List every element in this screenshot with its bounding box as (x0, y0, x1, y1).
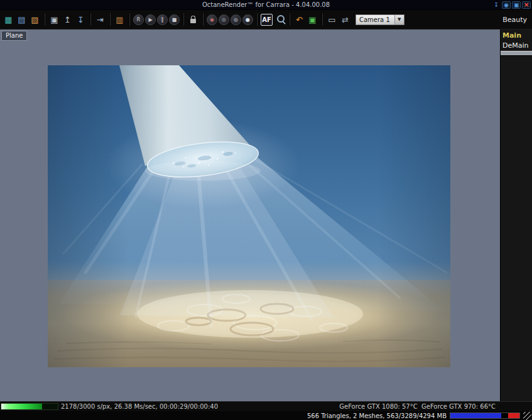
pass-tab-demain[interactable]: DeMain (501, 40, 532, 56)
vram-red-segment (508, 413, 519, 418)
paste-from-clipboard-icon[interactable]: ↧ (75, 14, 87, 26)
chevron-down-icon[interactable]: ▼ (394, 15, 404, 24)
toolbar-separator (44, 13, 45, 26)
eye-icon[interactable]: ◉ (502, 1, 511, 9)
copy-to-clipboard-icon[interactable]: ↥ (62, 14, 73, 26)
toolbar-separator (256, 13, 258, 26)
gpu-temperature-text: GeForce GTX 1080: 57°C GeForce GTX 970: … (339, 403, 496, 410)
render-priority-icon[interactable]: ▤ (16, 14, 28, 26)
focus-picker-icon[interactable]: ◍ (231, 14, 241, 25)
pass-demain-color-bar (501, 51, 532, 56)
window-title: OctaneRender™ for Carrara - 4.04.00.08 (40, 0, 492, 9)
toolbar-separator (129, 13, 130, 26)
toolbar-separator (183, 13, 184, 26)
pass-tab-demain-label: DeMain (501, 40, 532, 50)
zoom-tool-icon[interactable] (274, 14, 286, 26)
copy-image-icon[interactable]: ▣ (48, 14, 60, 26)
close-icon[interactable]: × (522, 1, 531, 9)
camera-select-value: Camera 1 (359, 15, 394, 24)
render-progress-text: 2178/3000 s/px, 26.38 Ms/sec, 00:00:29/0… (61, 403, 218, 410)
lock-resolution-icon[interactable] (187, 14, 199, 26)
window-controls: ↧ ◉ ▣ × (492, 1, 532, 9)
octane-render-window: OctaneRender™ for Carrara - 4.04.00.08 ↧… (0, 0, 532, 420)
toolbar-separator (322, 13, 323, 26)
pause-button[interactable]: ‖ (157, 14, 168, 25)
vram-usage-bar (450, 412, 520, 419)
statusbar-memory: 566 Triangles, 2 Meshes, 563/3289/4294 M… (0, 411, 532, 420)
material-library-icon[interactable]: ▥ (114, 14, 126, 26)
main-area: Plane (0, 30, 532, 401)
mesh-stats-text: 566 Triangles, 2 Meshes, 563/3289/4294 M… (307, 412, 447, 419)
pin-icon[interactable]: ↧ (492, 1, 501, 9)
statusbar-render: 2178/3000 s/px, 26.38 Ms/sec, 00:00:29/0… (0, 401, 532, 411)
render-progress-bar (1, 403, 58, 410)
lock-glyph (190, 19, 196, 23)
refresh-render-icon[interactable]: ▣ (307, 14, 318, 26)
autofocus-toggle[interactable]: AF (261, 14, 273, 26)
object-label-plane[interactable]: Plane (1, 31, 27, 41)
viewport-area: Plane (0, 30, 500, 401)
render-passes-sidebar: Main DeMain (500, 30, 532, 401)
render-progress-fill (1, 404, 42, 409)
pass-tab-main-label: Main (501, 30, 523, 40)
titlebar: OctaneRender™ for Carrara - 4.04.00.08 ↧… (0, 0, 532, 10)
toolbar: ▦▤▧▣↥↧⇥▥R▶‖■◉◎◍●AF↶▣▭⇄ Camera 1 ▼ Beauty (0, 10, 532, 30)
render-image (48, 65, 450, 367)
record-button[interactable]: R (133, 14, 144, 25)
pass-tab-main[interactable]: Main (501, 30, 532, 40)
toolbar-separator (202, 13, 204, 26)
save-image-icon[interactable]: ▧ (29, 14, 41, 26)
mag-glyph (277, 15, 285, 23)
restore-window-icon[interactable]: ▣ (512, 1, 521, 9)
material-picker-icon[interactable]: ◎ (219, 14, 229, 25)
play-button[interactable]: ▶ (145, 14, 156, 25)
export-scene-icon[interactable]: ⇥ (94, 14, 106, 26)
render-pass-label: Beauty (502, 16, 530, 24)
save-render-icon[interactable]: ▦ (3, 14, 14, 26)
undo-icon[interactable]: ↶ (293, 14, 305, 26)
picture-viewer-icon[interactable]: ▭ (326, 14, 338, 26)
toolbar-separator (289, 13, 290, 26)
camera-select[interactable]: Camera 1 ▼ (356, 14, 404, 25)
vram-free-segment (501, 413, 508, 418)
vram-used-segment (450, 413, 501, 418)
stop-button[interactable]: ■ (169, 14, 180, 25)
toolbar-separator (109, 13, 111, 26)
resize-grip[interactable] (523, 412, 531, 420)
toolbar-separator (90, 13, 91, 26)
toolbar-icon-strip: ▦▤▧▣↥↧⇥▥R▶‖■◉◎◍●AF↶▣▭⇄ (2, 13, 352, 26)
environment-sphere-icon[interactable]: ● (242, 14, 253, 25)
clay-mode-icon[interactable]: ◉ (207, 14, 217, 25)
reset-view-icon[interactable]: ⇄ (339, 14, 351, 26)
